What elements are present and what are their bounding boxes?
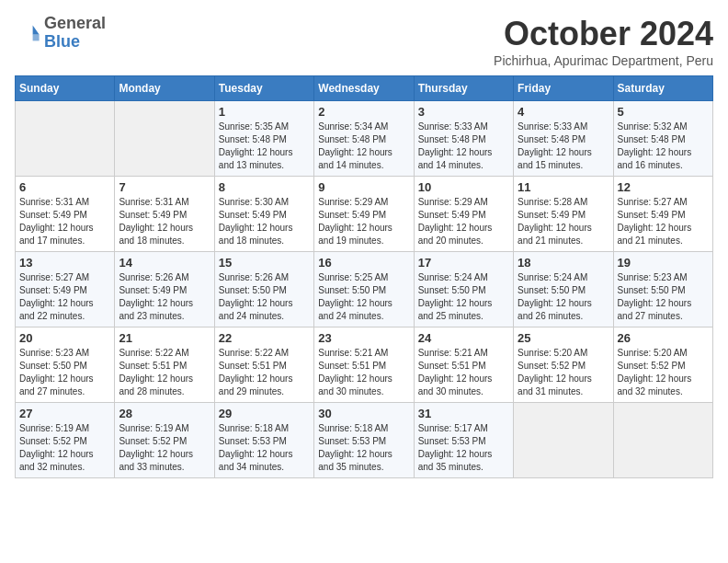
calendar-cell: 3 Sunrise: 5:33 AMSunset: 5:48 PMDayligh…: [414, 101, 513, 177]
day-info: Sunrise: 5:27 AMSunset: 5:49 PMDaylight:…: [618, 197, 692, 246]
day-number: 12: [618, 180, 709, 194]
calendar-cell: 11 Sunrise: 5:28 AMSunset: 5:49 PMDaylig…: [514, 177, 613, 252]
day-info: Sunrise: 5:19 AMSunset: 5:52 PMDaylight:…: [19, 423, 94, 472]
day-info: Sunrise: 5:25 AMSunset: 5:50 PMDaylight:…: [318, 272, 392, 321]
calendar-week-row: 20 Sunrise: 5:23 AMSunset: 5:50 PMDaylig…: [16, 327, 713, 403]
calendar-cell: 8 Sunrise: 5:30 AMSunset: 5:49 PMDayligh…: [214, 177, 313, 252]
day-info: Sunrise: 5:22 AMSunset: 5:51 PMDaylight:…: [119, 348, 193, 396]
calendar-cell: 29 Sunrise: 5:18 AMSunset: 5:53 PMDaylig…: [214, 403, 313, 478]
calendar-cell: 2 Sunrise: 5:34 AMSunset: 5:48 PMDayligh…: [314, 101, 414, 177]
day-number: 19: [618, 256, 709, 270]
calendar-cell: 15 Sunrise: 5:26 AMSunset: 5:50 PMDaylig…: [214, 252, 313, 327]
calendar-cell: 14 Sunrise: 5:26 AMSunset: 5:49 PMDaylig…: [115, 252, 214, 327]
day-number: 26: [618, 331, 709, 345]
calendar-week-row: 6 Sunrise: 5:31 AMSunset: 5:49 PMDayligh…: [16, 177, 713, 252]
day-number: 10: [418, 180, 509, 194]
logo-text: General Blue: [44, 15, 106, 52]
calendar-week-row: 1 Sunrise: 5:35 AMSunset: 5:48 PMDayligh…: [16, 101, 713, 177]
day-number: 29: [219, 407, 310, 420]
calendar-header: SundayMondayTuesdayWednesdayThursdayFrid…: [16, 76, 713, 101]
calendar-cell: 21 Sunrise: 5:22 AMSunset: 5:51 PMDaylig…: [115, 327, 214, 403]
calendar-cell: [115, 101, 214, 177]
day-info: Sunrise: 5:23 AMSunset: 5:50 PMDaylight:…: [19, 348, 94, 396]
calendar-cell: 20 Sunrise: 5:23 AMSunset: 5:50 PMDaylig…: [16, 327, 115, 403]
calendar-cell: 27 Sunrise: 5:19 AMSunset: 5:52 PMDaylig…: [16, 403, 115, 478]
calendar-cell: 16 Sunrise: 5:25 AMSunset: 5:50 PMDaylig…: [314, 252, 414, 327]
calendar-cell: [16, 101, 115, 177]
calendar-cell: 17 Sunrise: 5:24 AMSunset: 5:50 PMDaylig…: [414, 252, 513, 327]
day-number: 5: [618, 105, 709, 119]
day-number: 8: [219, 180, 310, 194]
page-header: General Blue October 2024 Pichirhua, Apu…: [15, 15, 713, 68]
day-info: Sunrise: 5:24 AMSunset: 5:50 PMDaylight:…: [418, 272, 493, 321]
weekday-header: Wednesday: [314, 76, 414, 101]
day-info: Sunrise: 5:27 AMSunset: 5:49 PMDaylight:…: [19, 272, 94, 321]
calendar-cell: 6 Sunrise: 5:31 AMSunset: 5:49 PMDayligh…: [16, 177, 115, 252]
svg-marker-1: [33, 34, 40, 40]
day-info: Sunrise: 5:24 AMSunset: 5:50 PMDaylight:…: [518, 272, 592, 321]
day-number: 17: [418, 256, 509, 270]
day-number: 25: [518, 331, 609, 345]
logo-line1: General: [44, 15, 106, 33]
title-block: October 2024 Pichirhua, Apurimac Departm…: [494, 15, 713, 68]
day-info: Sunrise: 5:28 AMSunset: 5:49 PMDaylight:…: [518, 197, 592, 246]
day-info: Sunrise: 5:29 AMSunset: 5:49 PMDaylight:…: [418, 197, 493, 246]
day-number: 30: [318, 407, 409, 420]
weekday-row: SundayMondayTuesdayWednesdayThursdayFrid…: [16, 76, 713, 101]
calendar-cell: 13 Sunrise: 5:27 AMSunset: 5:49 PMDaylig…: [16, 252, 115, 327]
month-title: October 2024: [494, 15, 713, 53]
day-number: 28: [119, 407, 210, 420]
day-number: 11: [518, 180, 609, 194]
calendar-cell: 23 Sunrise: 5:21 AMSunset: 5:51 PMDaylig…: [314, 327, 414, 403]
weekday-header: Sunday: [16, 76, 115, 101]
logo-line2: Blue: [44, 33, 106, 52]
calendar-cell: 5 Sunrise: 5:32 AMSunset: 5:48 PMDayligh…: [613, 101, 712, 177]
day-number: 22: [219, 331, 310, 345]
day-number: 2: [318, 105, 409, 119]
day-info: Sunrise: 5:31 AMSunset: 5:49 PMDaylight:…: [119, 197, 193, 246]
calendar-cell: 7 Sunrise: 5:31 AMSunset: 5:49 PMDayligh…: [115, 177, 214, 252]
calendar-cell: 26 Sunrise: 5:20 AMSunset: 5:52 PMDaylig…: [613, 327, 712, 403]
day-info: Sunrise: 5:21 AMSunset: 5:51 PMDaylight:…: [318, 348, 392, 396]
day-number: 4: [518, 105, 609, 119]
day-info: Sunrise: 5:33 AMSunset: 5:48 PMDaylight:…: [518, 121, 592, 170]
calendar-cell: 12 Sunrise: 5:27 AMSunset: 5:49 PMDaylig…: [613, 177, 712, 252]
day-info: Sunrise: 5:19 AMSunset: 5:52 PMDaylight:…: [119, 423, 193, 472]
calendar-week-row: 13 Sunrise: 5:27 AMSunset: 5:49 PMDaylig…: [16, 252, 713, 327]
day-info: Sunrise: 5:31 AMSunset: 5:49 PMDaylight:…: [19, 197, 94, 246]
day-number: 15: [219, 256, 310, 270]
weekday-header: Tuesday: [214, 76, 313, 101]
day-number: 3: [418, 105, 509, 119]
day-info: Sunrise: 5:33 AMSunset: 5:48 PMDaylight:…: [418, 121, 493, 170]
day-number: 16: [318, 256, 409, 270]
day-info: Sunrise: 5:20 AMSunset: 5:52 PMDaylight:…: [618, 348, 692, 396]
calendar-cell: 4 Sunrise: 5:33 AMSunset: 5:48 PMDayligh…: [514, 101, 613, 177]
day-number: 9: [318, 180, 409, 194]
day-info: Sunrise: 5:26 AMSunset: 5:49 PMDaylight:…: [119, 272, 193, 321]
calendar-cell: 30 Sunrise: 5:18 AMSunset: 5:53 PMDaylig…: [314, 403, 414, 478]
day-number: 24: [418, 331, 509, 345]
location-title: Pichirhua, Apurimac Department, Peru: [494, 53, 713, 68]
day-number: 6: [19, 180, 110, 194]
calendar-body: 1 Sunrise: 5:35 AMSunset: 5:48 PMDayligh…: [16, 101, 713, 478]
day-number: 31: [418, 407, 509, 420]
calendar-week-row: 27 Sunrise: 5:19 AMSunset: 5:52 PMDaylig…: [16, 403, 713, 478]
day-info: Sunrise: 5:20 AMSunset: 5:52 PMDaylight:…: [518, 348, 592, 396]
calendar-cell: 9 Sunrise: 5:29 AMSunset: 5:49 PMDayligh…: [314, 177, 414, 252]
day-info: Sunrise: 5:26 AMSunset: 5:50 PMDaylight:…: [219, 272, 293, 321]
day-info: Sunrise: 5:21 AMSunset: 5:51 PMDaylight:…: [418, 348, 493, 396]
calendar-cell: 10 Sunrise: 5:29 AMSunset: 5:49 PMDaylig…: [414, 177, 513, 252]
day-info: Sunrise: 5:17 AMSunset: 5:53 PMDaylight:…: [418, 423, 493, 472]
calendar-cell: 31 Sunrise: 5:17 AMSunset: 5:53 PMDaylig…: [414, 403, 513, 478]
day-info: Sunrise: 5:34 AMSunset: 5:48 PMDaylight:…: [318, 121, 392, 170]
day-info: Sunrise: 5:18 AMSunset: 5:53 PMDaylight:…: [318, 423, 392, 472]
day-number: 7: [119, 180, 210, 194]
calendar-cell: [613, 403, 712, 478]
day-info: Sunrise: 5:32 AMSunset: 5:48 PMDaylight:…: [618, 121, 692, 170]
svg-marker-0: [33, 25, 40, 34]
calendar-cell: [514, 403, 613, 478]
calendar-cell: 18 Sunrise: 5:24 AMSunset: 5:50 PMDaylig…: [514, 252, 613, 327]
day-number: 23: [318, 331, 409, 345]
weekday-header: Monday: [115, 76, 214, 101]
day-number: 13: [19, 256, 110, 270]
